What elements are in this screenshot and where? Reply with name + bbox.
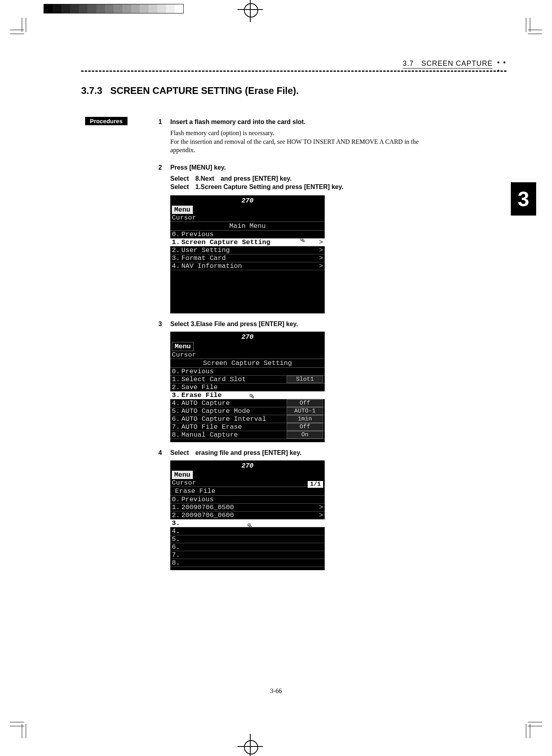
crop-mark-bottom-right bbox=[510, 706, 542, 738]
step-3: 3 Select 3.Elase File and press [ENTER] … bbox=[158, 321, 444, 442]
crop-mark-top-right bbox=[510, 18, 542, 50]
step-2: 2 Press [MENU] key. Select 8.Next and pr… bbox=[158, 164, 444, 313]
header-dashed-rule bbox=[81, 71, 506, 72]
steps-column: 1 Insert a flash memory card into the ca… bbox=[158, 116, 444, 577]
procedures-badge: Procedures bbox=[85, 117, 128, 125]
section-title: SCREEN CAPTURE SETTING (Erase File). bbox=[110, 85, 299, 96]
step-number: 1 bbox=[158, 118, 170, 126]
register-mark-top bbox=[238, 0, 263, 22]
page-indicator: 1/1 bbox=[308, 481, 323, 488]
step-4: 4 Select erasing file and press [ENTER] … bbox=[158, 449, 444, 570]
register-mark-bottom bbox=[238, 734, 263, 756]
menu-row: 7.AUTO File EraseOff bbox=[170, 423, 325, 431]
screen-title: Erase File bbox=[170, 487, 325, 496]
cursor-arrow-icon: ↖ bbox=[300, 234, 305, 244]
grayscale-swatches bbox=[44, 4, 184, 13]
menu-label: Menu bbox=[172, 471, 193, 479]
section-number: 3.7.3 bbox=[81, 85, 102, 96]
step-label: Select erasing file and press [ENTER] ke… bbox=[170, 449, 444, 456]
header-section-ref: 3.7 SCREEN CAPTURE bbox=[403, 59, 493, 69]
step-number: 3 bbox=[158, 321, 170, 328]
menu-label: Menu bbox=[172, 206, 193, 214]
screenshot-capture-setting: 270 Menu Cursor Screen Capture Setting 0… bbox=[170, 332, 325, 442]
menu-row: 1.20090706_0500> bbox=[170, 504, 325, 512]
menu-row: 5.AUTO Capture ModeAUTO-1 bbox=[170, 407, 325, 415]
chapter-tab: 3 bbox=[511, 182, 536, 216]
menu-row: 4.AUTO CaptureOff bbox=[170, 399, 325, 407]
crop-mark-bottom-left bbox=[10, 706, 42, 738]
menu-row: 2.20090706_0600> bbox=[170, 512, 325, 519]
screen-title: Screen Capture Setting bbox=[170, 359, 325, 368]
menu-label: Menu bbox=[172, 342, 194, 351]
menu-row: 0.Previous bbox=[170, 496, 325, 504]
step-label: Select 3.Elase File and press [ENTER] ke… bbox=[170, 321, 444, 328]
cursor-arrow-icon: ↖ bbox=[249, 390, 254, 400]
header-dot-decoration: • •• bbox=[497, 59, 506, 75]
menu-row: 6.AUTO Capture Interval1min bbox=[170, 415, 325, 423]
step-number: 2 bbox=[158, 164, 170, 171]
heading-indicator: 270 bbox=[242, 333, 254, 341]
menu-row: 5. bbox=[170, 535, 325, 543]
menu-row: 0.Previous bbox=[170, 368, 325, 376]
cursor-label: Cursor bbox=[170, 479, 325, 487]
running-header: 3.7 SCREEN CAPTURE bbox=[403, 59, 493, 68]
heading-indicator: 270 bbox=[242, 197, 254, 204]
crop-mark-top-left bbox=[10, 18, 42, 50]
menu-row: 8.Manual CaptureOn bbox=[170, 431, 325, 439]
step-body: Flash memory card (option) is necessary.… bbox=[170, 129, 444, 155]
menu-row: 2.User Setting> bbox=[170, 246, 325, 254]
heading-indicator: 270 bbox=[242, 462, 254, 470]
screenshot-main-menu: 270 Menu Cursor Main Menu 0.Previous 1.S… bbox=[170, 195, 325, 313]
menu-row: 2.Save File bbox=[170, 384, 325, 391]
menu-row: 3.Format Card> bbox=[170, 254, 325, 262]
menu-row: 6. bbox=[170, 543, 325, 551]
step-extra-line: Select 1.Screen Capture Setting and pres… bbox=[170, 183, 444, 191]
page: 3.7 SCREEN CAPTURE • •• 3.7.3 SCREEN CAP… bbox=[0, 0, 552, 756]
step-extra-lines: Select 8.Next and press [ENTER] key. Sel… bbox=[170, 174, 444, 191]
screenshot-erase-file: 270 Menu Cursor Erase File 1/1 0.Previou… bbox=[170, 460, 325, 570]
section-heading: 3.7.3 SCREEN CAPTURE SETTING (Erase File… bbox=[81, 85, 299, 96]
step-label: Press [MENU] key. bbox=[170, 164, 444, 171]
cursor-arrow-icon: ↖ bbox=[247, 520, 252, 530]
menu-row-highlighted: 3.Erase File bbox=[170, 391, 325, 399]
cursor-label: Cursor bbox=[170, 214, 325, 221]
step-number: 4 bbox=[158, 449, 170, 456]
menu-row: 4.NAV Information> bbox=[170, 262, 325, 270]
cursor-label: Cursor bbox=[170, 351, 325, 359]
step-label: Insert a flash memory card into the card… bbox=[170, 118, 444, 126]
step-body-line: For the insertion and removal of the car… bbox=[170, 137, 444, 155]
screen-title: Main Menu bbox=[170, 221, 325, 231]
menu-row: 7. bbox=[170, 551, 325, 559]
step-1: 1 Insert a flash memory card into the ca… bbox=[158, 118, 444, 155]
menu-row: 1.Select Card SlotSlot1 bbox=[170, 376, 325, 384]
footer-page-number: 3-66 bbox=[270, 687, 282, 695]
menu-row: 8. bbox=[170, 559, 325, 567]
step-body-line: Flash memory card (option) is necessary. bbox=[170, 129, 444, 137]
step-extra-line: Select 8.Next and press [ENTER] key. bbox=[170, 174, 444, 183]
